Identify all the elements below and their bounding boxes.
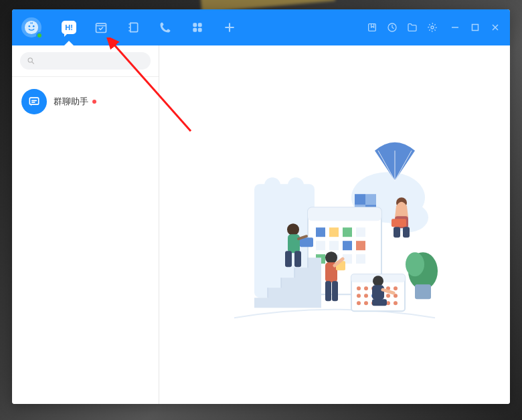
group-chat-icon [27,95,41,108]
message-bubble-icon: H! [62,21,76,34]
user-avatar[interactable]: HI [21,17,41,37]
svg-rect-4 [96,23,106,32]
status-online-dot [36,32,43,39]
tab-add[interactable] [222,18,237,37]
svg-rect-7 [193,28,197,32]
svg-point-68 [394,301,398,305]
app-body: 群聊助手 [12,45,510,404]
tab-contacts[interactable] [126,18,141,37]
window-controls [450,22,501,33]
svg-rect-5 [193,23,197,27]
search-box[interactable] [20,52,151,70]
svg-point-13 [28,58,32,62]
svg-rect-39 [329,241,339,250]
svg-point-53 [357,286,361,290]
search-icon [27,56,35,66]
minimize-button[interactable] [450,22,460,33]
nav-tabs: H! [62,18,237,37]
svg-rect-8 [198,28,202,32]
maximize-icon [470,23,480,32]
gear-icon [427,22,438,33]
svg-point-71 [373,276,383,286]
plus-icon [223,21,236,34]
empty-state-illustration [214,130,455,344]
svg-rect-76 [325,281,331,301]
phone-icon [159,21,172,34]
svg-rect-35 [329,227,339,237]
svg-point-64 [364,301,368,305]
chat-avatar [21,89,47,114]
tab-calls[interactable] [158,18,173,37]
chat-name-label: 群聊助手 [54,96,88,108]
apps-grid-icon [191,21,204,34]
search-container [12,45,159,77]
svg-rect-47 [288,234,300,253]
close-icon [491,23,500,32]
svg-rect-9 [369,24,376,31]
svg-point-74 [325,251,337,264]
svg-point-61 [386,294,390,298]
svg-rect-22 [415,284,431,299]
svg-point-2 [33,25,35,27]
svg-rect-31 [392,219,406,227]
svg-rect-33 [308,207,381,221]
tray-folder[interactable] [407,22,418,33]
svg-point-11 [431,26,434,29]
svg-point-63 [357,301,361,305]
tray-icons [367,22,438,33]
svg-rect-72 [372,285,384,300]
svg-rect-45 [356,254,365,264]
svg-rect-49 [294,251,301,267]
svg-rect-37 [356,227,365,237]
svg-rect-14 [29,98,38,104]
svg-rect-30 [403,227,410,237]
minimize-icon [450,23,460,32]
svg-rect-40 [343,241,352,250]
svg-point-46 [287,223,299,235]
svg-point-1 [29,25,31,27]
svg-rect-36 [343,227,352,237]
svg-rect-16 [264,177,280,193]
maximize-button[interactable] [470,22,481,33]
svg-point-21 [406,252,424,276]
svg-rect-17 [288,177,304,193]
tray-history[interactable] [387,22,398,33]
tab-apps[interactable] [190,18,205,37]
svg-text:HI: HI [30,22,33,25]
chat-list: 群聊助手 [12,77,159,404]
tray-settings[interactable] [427,22,438,33]
tab-calendar[interactable] [94,18,108,37]
svg-point-59 [357,294,361,298]
svg-rect-77 [332,281,338,301]
chat-item-group-assistant[interactable]: 群聊助手 [12,84,159,120]
svg-point-54 [364,286,368,290]
svg-rect-23 [355,194,365,205]
titlebar: HI H! [12,9,510,45]
svg-point-60 [364,294,368,298]
close-button[interactable] [490,22,501,33]
tray-bookmark[interactable] [367,22,377,33]
svg-point-58 [394,286,398,290]
tab-messages[interactable]: H! [62,18,76,37]
svg-rect-48 [285,251,292,267]
svg-rect-6 [198,23,202,27]
svg-rect-24 [365,194,376,205]
chat-name-row: 群聊助手 [54,96,96,108]
unread-dot [92,100,96,104]
calendar-check-icon [94,21,108,34]
svg-rect-73 [372,299,387,306]
folder-icon [407,22,418,33]
svg-rect-38 [316,241,325,250]
content-area [159,45,510,404]
history-icon [387,22,398,33]
svg-rect-29 [394,227,400,237]
app-window: HI H! [12,9,510,404]
bookmark-icon [367,22,377,33]
svg-rect-34 [316,227,325,237]
svg-rect-41 [356,241,365,250]
message-tab-label: H! [65,23,73,31]
search-input[interactable] [39,56,144,66]
svg-rect-12 [472,25,478,31]
sidebar: 群聊助手 [12,45,159,404]
contacts-icon [126,21,140,34]
